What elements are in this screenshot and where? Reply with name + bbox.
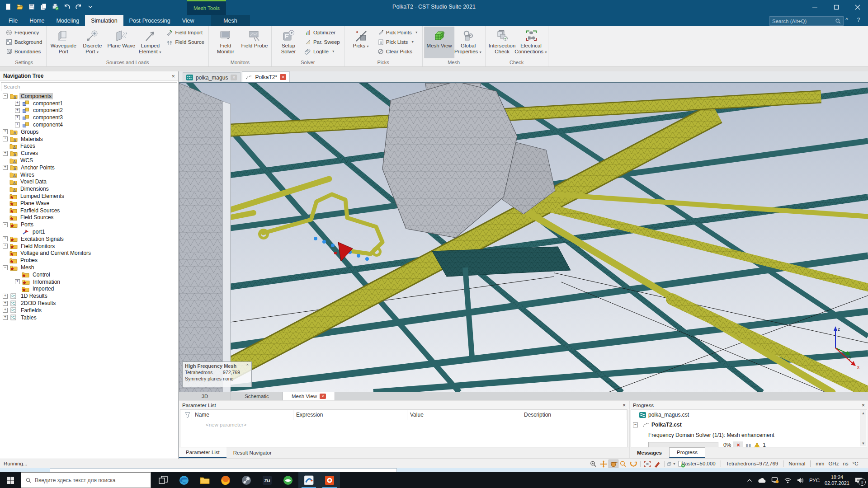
tree-item-1d-results[interactable]: +1D Results <box>0 292 178 300</box>
view-tab-mesh-view[interactable]: Mesh View× <box>283 392 335 400</box>
zoom-window-tool-icon[interactable] <box>619 460 628 468</box>
ribbon-tab-simulation[interactable]: Simulation <box>85 15 123 26</box>
ribbon-tab-home[interactable]: Home <box>24 15 50 26</box>
collapse-chevron-icon[interactable]: ⌃ <box>245 364 249 368</box>
tree-item-component3[interactable]: +component3 <box>0 114 178 121</box>
navigation-tree-close-icon[interactable]: × <box>171 73 175 80</box>
column-header-name[interactable]: Name <box>192 410 293 420</box>
spin-tool-icon[interactable] <box>629 460 638 468</box>
expander-icon[interactable]: + <box>3 165 8 170</box>
boundaries-button[interactable]: Boundaries <box>4 47 44 56</box>
notifications-icon[interactable]: 3 <box>854 477 863 484</box>
tray-chevron-icon[interactable] <box>746 478 753 483</box>
expander-icon[interactable]: − <box>3 94 8 99</box>
clipping-tool-icon[interactable] <box>653 460 662 468</box>
filter-funnel-icon[interactable] <box>180 410 192 420</box>
panel-tab-result-navigator[interactable]: Result Navigator <box>226 447 278 458</box>
qat-redo-button[interactable] <box>74 2 83 11</box>
qat-new-button[interactable] <box>4 2 12 11</box>
ribbon-tab-file[interactable]: File <box>3 15 24 26</box>
ribbon-tab-post-processing[interactable]: Post-Processing <box>123 15 176 26</box>
tree-item-anchor-points[interactable]: +Anchor Points <box>0 164 178 171</box>
tree-item-components[interactable]: −Components <box>0 93 178 100</box>
taskbar-zu-app-icon[interactable]: ZU <box>257 472 278 488</box>
expander-icon[interactable]: + <box>3 294 8 299</box>
progress-item-file2[interactable]: − PolkaT2.cst <box>633 422 682 428</box>
taskbar-file-explorer-icon[interactable] <box>194 472 215 488</box>
help-icon[interactable]: ? <box>854 17 863 23</box>
view-tab-3d[interactable]: 3D <box>179 392 231 400</box>
tree-item-imported[interactable]: Imported <box>0 286 178 293</box>
lumped-element-button[interactable]: Lumped Element▼ <box>136 27 165 58</box>
tree-item-plane-wave[interactable]: Plane Wave <box>0 200 178 207</box>
pick-points-button[interactable]: Pick Points▼ <box>376 28 420 37</box>
tree-item-probes[interactable]: Probes <box>0 257 178 264</box>
volume-icon[interactable] <box>797 477 804 483</box>
frequency-button[interactable]: Frequency <box>4 28 44 37</box>
field-import-button[interactable]: Field Import <box>165 28 206 37</box>
expander-icon[interactable]: + <box>3 151 8 156</box>
taskbar-search-input[interactable]: Введите здесь текст для поиска <box>21 472 151 488</box>
tree-item-curves[interactable]: +Curves <box>0 150 178 157</box>
plane-wave-button[interactable]: Plane Wave <box>107 27 136 58</box>
clock[interactable]: 18:24 02.07.2021 <box>825 474 849 486</box>
tree-item-field-sources[interactable]: Field Sources <box>0 214 178 221</box>
taskbar-firefox-icon[interactable] <box>215 472 236 488</box>
onedrive-cloud-icon[interactable] <box>758 477 766 483</box>
expander-icon[interactable]: + <box>15 279 20 284</box>
expander-icon[interactable]: − <box>3 222 8 227</box>
rotate-tool-icon[interactable] <box>609 460 618 468</box>
tree-item-ports[interactable]: −Ports <box>0 221 178 228</box>
mesh-view-button[interactable]: Mesh View <box>425 27 454 58</box>
display-alert-icon[interactable] <box>771 477 779 483</box>
expander-icon[interactable]: + <box>3 129 8 134</box>
picks-button[interactable]: Picks▼ <box>347 27 376 58</box>
par-sweep-button[interactable]: Par. Sweep <box>303 37 342 47</box>
expander-icon[interactable]: − <box>3 265 8 270</box>
progress-close-icon[interactable]: × <box>862 402 865 408</box>
expander-icon[interactable]: + <box>3 308 8 313</box>
taskbar-cst-studio-icon[interactable] <box>298 472 319 488</box>
column-header-description[interactable]: Description <box>521 410 627 420</box>
setup-solver-button[interactable]: Setup Solver <box>274 27 303 58</box>
ribbon-tab-mesh[interactable]: Mesh <box>211 15 250 26</box>
taskbar-edge-icon[interactable] <box>174 472 194 488</box>
qat-open-button[interactable] <box>15 2 24 11</box>
expander-icon[interactable]: + <box>3 236 8 241</box>
column-header-value[interactable]: Value <box>407 410 521 420</box>
language-indicator[interactable]: РУС <box>809 478 820 483</box>
expander-icon[interactable]: + <box>3 315 8 320</box>
intersection-check-button[interactable]: Intersection Check <box>488 27 517 58</box>
zoom-tool-icon[interactable] <box>589 460 598 468</box>
tree-item-component2[interactable]: +component2 <box>0 107 178 114</box>
taskbar-cst-simulation-icon[interactable] <box>319 472 340 488</box>
panel-tab-parameter-list[interactable]: Parameter List <box>179 447 226 458</box>
electrical-connections-button[interactable]: Electrical Connections▼ <box>517 27 546 58</box>
qat-undo-button[interactable] <box>62 2 71 11</box>
pan-tool-icon[interactable] <box>599 460 608 468</box>
status-mode[interactable]: Normal <box>783 461 810 466</box>
tree-item-lumped-elements[interactable]: Lumped Elements <box>0 192 178 200</box>
start-button[interactable] <box>0 472 21 488</box>
tree-item-excitation-signals[interactable]: +Excitation Signals <box>0 235 178 243</box>
discrete-port-button[interactable]: Discrete Port▼ <box>78 27 107 58</box>
tree-item-field-monitors[interactable]: +Field Monitors <box>0 243 178 250</box>
fit-view-tool-icon[interactable] <box>643 460 652 468</box>
tab-close-icon[interactable]: × <box>231 75 237 80</box>
panel-tab-messages[interactable]: Messages <box>630 447 669 458</box>
tree-item-component4[interactable]: +component4 <box>0 121 178 128</box>
expander-icon[interactable]: + <box>15 101 20 106</box>
tree-item-farfields[interactable]: +Farfields <box>0 307 178 314</box>
tree-item-tables[interactable]: +Tables <box>0 314 178 321</box>
maximize-button[interactable] <box>826 0 847 14</box>
ribbon-collapse-icon[interactable]: ^ <box>843 17 851 23</box>
navigation-tree-search-input[interactable]: Search <box>1 82 177 91</box>
collapse-expander-icon[interactable]: − <box>633 422 638 427</box>
tree-item-information[interactable]: +Information <box>0 278 178 286</box>
ribbon-search-box[interactable]: Search (Alt+Q) <box>769 16 844 26</box>
tree-item-wcs[interactable]: WCS <box>0 157 178 164</box>
tree-item-2d-3d-results[interactable]: +2D/3D Results <box>0 300 178 307</box>
tree-item-voxel-data[interactable]: Voxel Data <box>0 178 178 186</box>
field-probe-button[interactable]: Field Probe <box>240 27 269 58</box>
close-button[interactable] <box>847 0 868 14</box>
